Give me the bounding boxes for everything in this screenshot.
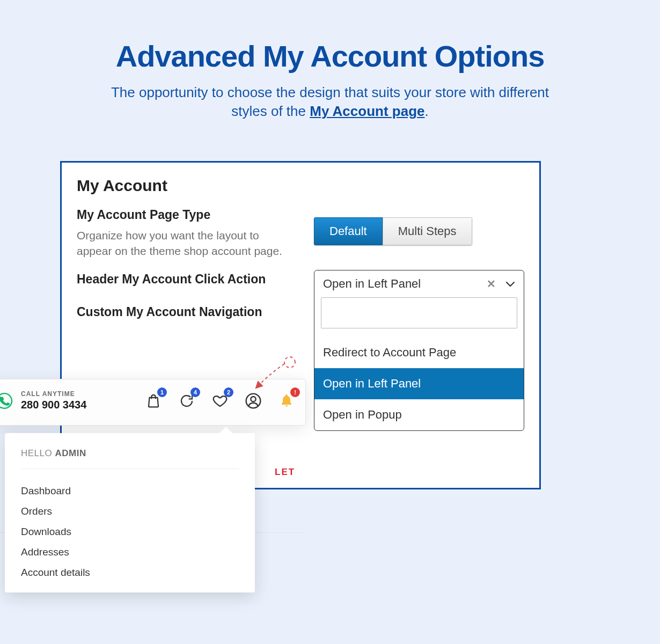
truncated-label: LET bbox=[275, 467, 295, 478]
heart-icon[interactable]: 2 bbox=[211, 392, 229, 410]
popup-item-orders[interactable]: Orders bbox=[21, 501, 239, 522]
popup-item-account-details[interactable]: Account details bbox=[21, 562, 239, 583]
custom-nav-label: Custom My Account Navigation bbox=[77, 305, 292, 319]
header-action-label: Header My Account Click Action bbox=[77, 272, 292, 287]
phone-number[interactable]: 280 900 3434 bbox=[21, 399, 86, 411]
dropdown-option-redirect[interactable]: Redirect to Account Page bbox=[314, 337, 524, 368]
popup-greeting: HELLO ADMIN bbox=[21, 448, 239, 469]
refresh-icon[interactable]: 4 bbox=[178, 392, 196, 410]
dropdown-head[interactable]: Open in Left Panel ✕ bbox=[314, 270, 524, 297]
dropdown-option-popup[interactable]: Open in Popup bbox=[314, 399, 524, 430]
dropdown-option-leftpanel[interactable]: Open in Left Panel bbox=[314, 368, 524, 399]
settings-section-title: My Account bbox=[77, 177, 524, 195]
header-action-dropdown: Open in Left Panel ✕ Redirect to Account… bbox=[314, 270, 524, 431]
svg-point-0 bbox=[246, 393, 261, 408]
page-subtitle: The opportunity to choose the design tha… bbox=[110, 83, 550, 121]
call-anytime-label: CALL ANYTIME bbox=[21, 390, 86, 398]
dropdown-selected-label: Open in Left Panel bbox=[323, 277, 477, 291]
compare-badge: 4 bbox=[190, 387, 200, 397]
subtitle-trailing: . bbox=[425, 103, 429, 119]
call-block: CALL ANYTIME 280 900 3434 bbox=[21, 390, 86, 411]
popup-item-addresses[interactable]: Addresses bbox=[21, 542, 239, 562]
shop-header-preview: CALL ANYTIME 280 900 3434 1 4 2 ! bbox=[0, 379, 306, 426]
greeting-prefix: HELLO bbox=[21, 448, 55, 458]
chevron-down-icon[interactable] bbox=[505, 277, 515, 291]
popup-item-downloads[interactable]: Downloads bbox=[21, 522, 239, 542]
bag-badge: 1 bbox=[157, 387, 167, 397]
wishlist-badge: 2 bbox=[224, 387, 233, 397]
my-account-link[interactable]: My Account page bbox=[310, 103, 424, 119]
page-type-description: Organize how you want the layout to appe… bbox=[77, 228, 292, 259]
bell-icon[interactable]: ! bbox=[277, 392, 296, 410]
page-type-label: My Account Page Type bbox=[77, 208, 292, 222]
toggle-multistep-button[interactable]: Multi Steps bbox=[383, 217, 472, 245]
svg-point-1 bbox=[251, 397, 255, 401]
popup-item-dashboard[interactable]: Dashboard bbox=[21, 481, 239, 501]
notification-badge: ! bbox=[290, 387, 300, 397]
dropdown-search-input[interactable] bbox=[321, 297, 517, 328]
page-title: Advanced My Account Options bbox=[0, 0, 660, 74]
dropdown-clear-icon[interactable]: ✕ bbox=[477, 277, 505, 290]
whatsapp-icon[interactable] bbox=[0, 391, 14, 411]
page-type-toggle: Default Multi Steps bbox=[314, 217, 472, 245]
toggle-default-button[interactable]: Default bbox=[314, 217, 383, 245]
user-icon[interactable] bbox=[244, 392, 262, 410]
shopping-bag-icon[interactable]: 1 bbox=[144, 392, 163, 410]
greeting-username: ADMIN bbox=[55, 448, 86, 458]
account-popup: HELLO ADMIN Dashboard Orders Downloads A… bbox=[5, 433, 255, 592]
